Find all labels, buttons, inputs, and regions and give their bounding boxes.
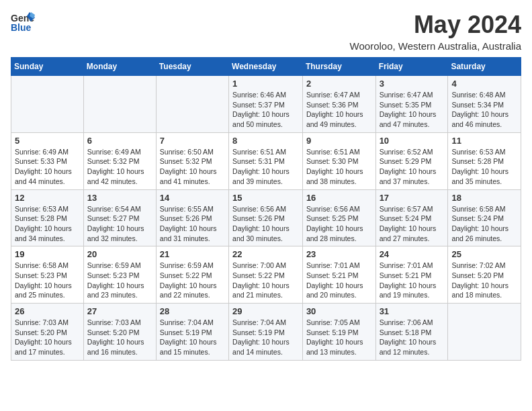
day-number: 18 (451, 193, 517, 203)
day-detail: Sunrise: 6:59 AM Sunset: 5:23 PM Dayligh… (87, 261, 152, 300)
day-detail: Sunrise: 6:54 AM Sunset: 5:27 PM Dayligh… (87, 204, 152, 244)
calendar-cell: 11Sunrise: 6:53 AM Sunset: 5:28 PM Dayli… (448, 132, 521, 189)
day-detail: Sunrise: 6:47 AM Sunset: 5:36 PM Dayligh… (306, 90, 372, 130)
weekday-header-row: SundayMondayTuesdayWednesdayThursdayFrid… (11, 58, 521, 76)
day-number: 15 (232, 193, 299, 203)
calendar-cell: 23Sunrise: 7:01 AM Sunset: 5:21 PM Dayli… (302, 246, 375, 304)
calendar-cell: 19Sunrise: 6:58 AM Sunset: 5:23 PM Dayli… (11, 246, 84, 304)
day-number: 31 (380, 306, 445, 316)
calendar-cell: 26Sunrise: 7:03 AM Sunset: 5:20 PM Dayli… (11, 304, 84, 361)
day-detail: Sunrise: 6:52 AM Sunset: 5:29 PM Dayligh… (380, 147, 445, 187)
day-number: 6 (87, 136, 152, 146)
weekday-header: Saturday (448, 58, 521, 76)
calendar-cell: 30Sunrise: 7:05 AM Sunset: 5:19 PM Dayli… (302, 304, 375, 361)
weekday-header: Friday (375, 58, 448, 76)
calendar-cell: 24Sunrise: 7:01 AM Sunset: 5:21 PM Dayli… (375, 246, 448, 304)
day-number: 4 (451, 79, 517, 89)
calendar-cell: 8Sunrise: 6:51 AM Sunset: 5:31 PM Daylig… (229, 132, 303, 189)
day-detail: Sunrise: 6:59 AM Sunset: 5:22 PM Dayligh… (160, 261, 225, 300)
calendar-cell: 2Sunrise: 6:47 AM Sunset: 5:36 PM Daylig… (302, 76, 375, 133)
day-detail: Sunrise: 6:56 AM Sunset: 5:26 PM Dayligh… (232, 204, 299, 244)
day-number: 14 (160, 193, 225, 203)
calendar-week-row: 12Sunrise: 6:53 AM Sunset: 5:28 PM Dayli… (11, 189, 521, 246)
calendar-cell: 22Sunrise: 7:00 AM Sunset: 5:22 PM Dayli… (229, 246, 303, 304)
day-number: 8 (232, 136, 299, 146)
calendar-cell: 12Sunrise: 6:53 AM Sunset: 5:28 PM Dayli… (11, 189, 84, 246)
weekday-header: Monday (83, 58, 156, 76)
day-detail: Sunrise: 6:49 AM Sunset: 5:32 PM Dayligh… (87, 147, 152, 187)
calendar-cell: 28Sunrise: 7:04 AM Sunset: 5:19 PM Dayli… (156, 304, 228, 361)
day-detail: Sunrise: 7:06 AM Sunset: 5:18 PM Dayligh… (380, 318, 445, 357)
day-number: 21 (160, 249, 225, 259)
day-detail: Sunrise: 7:04 AM Sunset: 5:19 PM Dayligh… (160, 318, 225, 357)
day-detail: Sunrise: 7:03 AM Sunset: 5:20 PM Dayligh… (87, 318, 152, 357)
day-detail: Sunrise: 6:55 AM Sunset: 5:26 PM Dayligh… (160, 204, 225, 244)
calendar-cell: 27Sunrise: 7:03 AM Sunset: 5:20 PM Dayli… (83, 304, 156, 361)
day-detail: Sunrise: 6:51 AM Sunset: 5:31 PM Dayligh… (232, 147, 299, 187)
day-detail: Sunrise: 6:57 AM Sunset: 5:24 PM Dayligh… (380, 204, 445, 244)
day-number: 9 (306, 136, 372, 146)
calendar-cell: 3Sunrise: 6:47 AM Sunset: 5:35 PM Daylig… (375, 76, 448, 133)
day-detail: Sunrise: 7:01 AM Sunset: 5:21 PM Dayligh… (380, 261, 445, 300)
day-detail: Sunrise: 7:03 AM Sunset: 5:20 PM Dayligh… (15, 318, 80, 357)
day-detail: Sunrise: 6:51 AM Sunset: 5:30 PM Dayligh… (306, 147, 372, 187)
day-number: 29 (232, 306, 299, 316)
day-number: 12 (15, 193, 80, 203)
calendar-cell: 29Sunrise: 7:04 AM Sunset: 5:19 PM Dayli… (229, 304, 303, 361)
calendar-cell: 13Sunrise: 6:54 AM Sunset: 5:27 PM Dayli… (83, 189, 156, 246)
calendar-cell: 20Sunrise: 6:59 AM Sunset: 5:23 PM Dayli… (83, 246, 156, 304)
day-number: 7 (160, 136, 225, 146)
title-section: May 2024 Wooroloo, Western Australia, Au… (350, 11, 521, 52)
calendar-cell: 16Sunrise: 6:56 AM Sunset: 5:25 PM Dayli… (302, 189, 375, 246)
day-detail: Sunrise: 7:04 AM Sunset: 5:19 PM Dayligh… (232, 318, 299, 357)
day-detail: Sunrise: 6:56 AM Sunset: 5:25 PM Dayligh… (306, 204, 372, 244)
calendar-cell (448, 304, 521, 361)
day-number: 23 (306, 249, 372, 259)
calendar-cell: 18Sunrise: 6:58 AM Sunset: 5:24 PM Dayli… (448, 189, 521, 246)
calendar-cell: 7Sunrise: 6:50 AM Sunset: 5:32 PM Daylig… (156, 132, 228, 189)
page-header: General Blue May 2024 Wooroloo, Western … (11, 11, 521, 52)
day-detail: Sunrise: 6:58 AM Sunset: 5:24 PM Dayligh… (451, 204, 517, 244)
calendar-cell: 5Sunrise: 6:49 AM Sunset: 5:33 PM Daylig… (11, 132, 84, 189)
day-number: 11 (451, 136, 517, 146)
day-number: 2 (306, 79, 372, 89)
day-detail: Sunrise: 6:47 AM Sunset: 5:35 PM Dayligh… (380, 90, 445, 130)
day-detail: Sunrise: 6:48 AM Sunset: 5:34 PM Dayligh… (451, 90, 517, 130)
day-number: 10 (380, 136, 445, 146)
day-number: 17 (380, 193, 445, 203)
svg-text:Blue: Blue (11, 22, 32, 33)
weekday-header: Thursday (302, 58, 375, 76)
calendar-cell: 10Sunrise: 6:52 AM Sunset: 5:29 PM Dayli… (375, 132, 448, 189)
calendar-week-row: 5Sunrise: 6:49 AM Sunset: 5:33 PM Daylig… (11, 132, 521, 189)
calendar-cell: 1Sunrise: 6:46 AM Sunset: 5:37 PM Daylig… (229, 76, 303, 133)
logo-icon: General Blue (11, 11, 35, 35)
day-detail: Sunrise: 7:02 AM Sunset: 5:20 PM Dayligh… (451, 261, 517, 300)
day-number: 24 (380, 249, 445, 259)
calendar-week-row: 1Sunrise: 6:46 AM Sunset: 5:37 PM Daylig… (11, 76, 521, 133)
day-detail: Sunrise: 6:49 AM Sunset: 5:33 PM Dayligh… (15, 147, 80, 187)
day-detail: Sunrise: 6:46 AM Sunset: 5:37 PM Dayligh… (232, 90, 299, 130)
day-number: 26 (15, 306, 80, 316)
calendar-cell: 15Sunrise: 6:56 AM Sunset: 5:26 PM Dayli… (229, 189, 303, 246)
calendar-cell: 17Sunrise: 6:57 AM Sunset: 5:24 PM Dayli… (375, 189, 448, 246)
day-number: 28 (160, 306, 225, 316)
calendar-cell (83, 76, 156, 133)
day-number: 20 (87, 249, 152, 259)
calendar-cell: 31Sunrise: 7:06 AM Sunset: 5:18 PM Dayli… (375, 304, 448, 361)
weekday-header: Wednesday (229, 58, 303, 76)
logo: General Blue (11, 11, 35, 35)
day-number: 27 (87, 306, 152, 316)
calendar-cell: 4Sunrise: 6:48 AM Sunset: 5:34 PM Daylig… (448, 76, 521, 133)
calendar-week-row: 19Sunrise: 6:58 AM Sunset: 5:23 PM Dayli… (11, 246, 521, 304)
day-detail: Sunrise: 6:50 AM Sunset: 5:32 PM Dayligh… (160, 147, 225, 187)
calendar-table: SundayMondayTuesdayWednesdayThursdayFrid… (11, 57, 521, 361)
day-number: 13 (87, 193, 152, 203)
calendar-week-row: 26Sunrise: 7:03 AM Sunset: 5:20 PM Dayli… (11, 304, 521, 361)
weekday-header: Sunday (11, 58, 84, 76)
day-number: 16 (306, 193, 372, 203)
day-number: 1 (232, 79, 299, 89)
day-number: 3 (380, 79, 445, 89)
calendar-cell: 6Sunrise: 6:49 AM Sunset: 5:32 PM Daylig… (83, 132, 156, 189)
day-detail: Sunrise: 6:53 AM Sunset: 5:28 PM Dayligh… (15, 204, 80, 244)
calendar-cell: 14Sunrise: 6:55 AM Sunset: 5:26 PM Dayli… (156, 189, 228, 246)
